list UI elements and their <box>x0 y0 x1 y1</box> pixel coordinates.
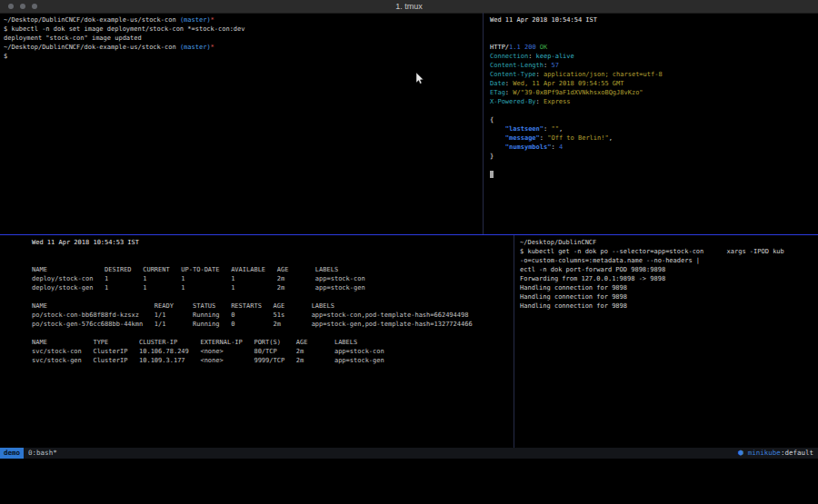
tmux-status-bar: demo 0:bash* ⬢ minikube:default <box>0 448 818 459</box>
terminal-line: NAME DESIRED CURRENT UP-TO-DATE AVAILABL… <box>32 265 514 274</box>
screen: 1. tmux ~/Desktop/DublinCNCF/dok-example… <box>0 0 818 504</box>
terminal-line: Content-Type: application/json; charset=… <box>490 70 818 79</box>
terminal-line <box>490 161 818 170</box>
kube-namespace: :default <box>781 449 813 457</box>
terminal-line: "message": "Off to Berlin!", <box>490 133 818 143</box>
terminal-line <box>32 292 514 301</box>
terminal-line: NAME TYPE CLUSTER-IP EXTERNAL-IP PORT(S)… <box>32 338 514 347</box>
terminal-line: Content-Length: 57 <box>490 61 818 70</box>
tmux-pane-bottom-left-kubectl-watch[interactable]: Wed 11 Apr 2018 10:54:53 ISTNAME DESIRED… <box>0 235 514 448</box>
terminal-line: Wed 11 Apr 2018 10:54:54 IST <box>490 15 818 25</box>
terminal-line: Date: Wed, 11 Apr 2018 09:54:55 GMT <box>490 79 818 88</box>
terminal-line <box>490 34 818 43</box>
terminal-line: Handling connection for 9898 <box>520 292 818 301</box>
pane-divider-vertical-bottom[interactable] <box>514 235 514 448</box>
minikube-hexagon-icon: ⬢ <box>738 449 744 457</box>
terminal-line <box>490 170 818 179</box>
terminal-line: svc/stock-con ClusterIP 10.106.78.249 <n… <box>32 347 514 356</box>
tmux-pane-bottom-right-port-forward[interactable]: ~/Desktop/DublinCNCF$ kubectl get -n dok… <box>514 235 818 448</box>
terminal-line <box>32 256 514 265</box>
terminal-line: ~/Desktop/DublinCNCF/dok-example-us/stoc… <box>4 43 483 52</box>
terminal-line: } <box>490 152 818 161</box>
terminal-line: deploy/stock-con 1 1 1 1 2m app=stock-co… <box>32 274 514 283</box>
terminal-line: HTTP/1.1 200 OK <box>490 43 818 52</box>
terminal-line: ETag: W/"39-0xBPf9aF1dXVNkhsxoBQgJ8vKzo" <box>490 88 818 97</box>
kube-context-name: minikube <box>748 449 781 457</box>
terminal-line: deploy/stock-gen 1 1 1 1 2m app=stock-ge… <box>32 283 514 292</box>
terminal-line: NAME READY STATUS RESTARTS AGE LABELS <box>32 301 514 311</box>
terminal-window: 1. tmux ~/Desktop/DublinCNCF/dok-example… <box>0 0 818 459</box>
pane-divider-horizontal[interactable] <box>0 234 818 235</box>
terminal-line: po/stock-gen-576cc688bb-44kmn 1/1 Runnin… <box>32 320 514 329</box>
tmux-pane-top-right-http-response[interactable]: Wed 11 Apr 2018 10:54:54 ISTHTTP/1.1 200… <box>484 13 818 234</box>
terminal-line: po/stock-con-bb68f88fd-kzsxz 1/1 Running… <box>32 311 514 320</box>
mouse-cursor-icon <box>415 71 424 88</box>
minimize-button-icon[interactable] <box>20 4 25 9</box>
terminal-line: ~/Desktop/DublinCNCF <box>520 238 818 247</box>
terminal-line: Wed 11 Apr 2018 10:54:53 IST <box>32 238 514 247</box>
terminal-line: X-Powered-By: Express <box>490 97 818 106</box>
terminal-line: Handling connection for 9898 <box>520 283 818 292</box>
terminal-line: ectl -n dok port-forward POD 9898:9898 <box>520 265 818 274</box>
zoom-button-icon[interactable] <box>32 4 37 9</box>
terminal-line: Handling connection for 9898 <box>520 301 818 311</box>
session-name-badge: demo <box>0 448 24 459</box>
terminal-line: -o=custom-columns=:metadata.name --no-he… <box>520 256 818 265</box>
terminal-line: $ kubectl -n dok set image deployment/st… <box>4 25 483 34</box>
terminal-line <box>32 247 514 256</box>
terminal-line <box>490 106 818 115</box>
titlebar: 1. tmux <box>0 0 818 14</box>
close-button-icon[interactable] <box>8 4 14 9</box>
terminal-line: "lastseen": "", <box>490 124 818 133</box>
pane-divider-vertical-top[interactable] <box>483 13 484 234</box>
tmux-pane-top-left-shell[interactable]: ~/Desktop/DublinCNCF/dok-example-us/stoc… <box>0 13 483 234</box>
terminal-line: { <box>490 115 818 124</box>
terminal-line: svc/stock-gen ClusterIP 10.109.3.177 <no… <box>32 356 514 365</box>
window-list-item: 0:bash* <box>28 448 57 459</box>
terminal-line: ~/Desktop/DublinCNCF/dok-example-us/stoc… <box>4 15 483 25</box>
terminal-line: deployment "stock-con" image updated <box>4 34 483 43</box>
status-right: ⬢ minikube:default <box>738 448 818 459</box>
terminal-line <box>32 329 514 338</box>
window-title: 1. tmux <box>0 0 818 13</box>
terminal-line: Forwarding from 127.0.0.1:9898 -> 9898 <box>520 274 818 283</box>
terminal-line: $ <box>4 52 483 61</box>
terminal-line: Connection: keep-alive <box>490 52 818 61</box>
traffic-lights <box>8 4 37 9</box>
terminal-line: "numsymbols": 4 <box>490 143 818 152</box>
terminal-line: $ kubectl get -n dok po --selector=app=s… <box>520 247 818 256</box>
terminal-line <box>490 25 818 34</box>
